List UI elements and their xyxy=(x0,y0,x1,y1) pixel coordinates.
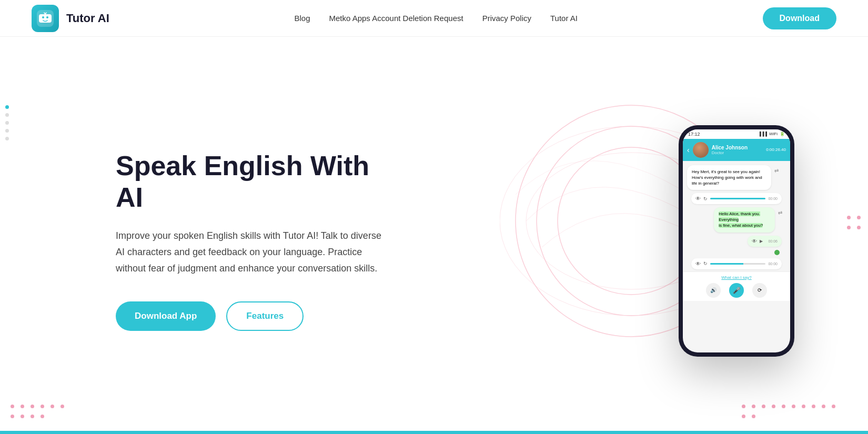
mic-status-area xyxy=(687,250,786,255)
dot xyxy=(51,405,54,408)
dot xyxy=(31,415,34,418)
nav-tutor-ai[interactable]: Tutor AI xyxy=(550,14,578,23)
audio-time-1: 00:00 xyxy=(768,197,778,200)
mic-active-indicator xyxy=(774,250,780,255)
navbar: Tutor AI Blog Metko Apps Account Deletio… xyxy=(0,0,868,37)
features-button[interactable]: Features xyxy=(226,301,304,331)
translate-icon-1[interactable]: ⇄ xyxy=(774,167,779,175)
dot xyxy=(60,405,64,408)
decorative-dots-left xyxy=(11,405,74,418)
outgoing-msg-group: Hello Alice, thank you. Everything is fi… xyxy=(714,207,786,233)
main-nav: Blog Metko Apps Account Deletion Request… xyxy=(294,14,578,23)
brand-name: Tutor AI xyxy=(66,12,109,25)
signal-icon: ▐▐▐ xyxy=(758,132,767,136)
call-timer: 0:00:26.40 xyxy=(766,147,786,152)
phone-screen: 17:12 ▐▐▐ WiFi 🔋 ‹ Alice Johnson D xyxy=(683,129,790,352)
download-app-button[interactable]: Download App xyxy=(116,301,216,331)
eye-icon-3[interactable]: 👁 xyxy=(695,261,701,267)
dot xyxy=(762,405,765,408)
page-dot-1 xyxy=(5,105,9,109)
audio-time-3: 00:00 xyxy=(768,262,778,266)
contact-name: Alice Johnson xyxy=(712,145,763,150)
waveform-1 xyxy=(710,198,765,199)
dot xyxy=(802,405,805,408)
brand-group: Tutor AI xyxy=(32,5,109,32)
dot xyxy=(21,405,24,408)
message-bubble-outgoing-1: Hello Alice, thank you. Everything is fi… xyxy=(714,207,775,233)
contact-role: Doctor xyxy=(712,150,763,155)
dot xyxy=(812,405,815,408)
status-icons: ▐▐▐ WiFi 🔋 xyxy=(758,132,785,136)
hero-section: Speak English With AI Improve your spoke… xyxy=(0,37,868,434)
dot xyxy=(742,405,745,408)
dot xyxy=(822,405,825,408)
hero-title: Speak English With AI xyxy=(116,150,389,214)
phone-time: 17:12 xyxy=(688,132,700,137)
dot xyxy=(782,405,785,408)
phone-outer-shell: 17:12 ▐▐▐ WiFi 🔋 ‹ Alice Johnson D xyxy=(679,125,794,357)
dot xyxy=(832,405,835,408)
contact-avatar xyxy=(693,142,709,158)
waveform-3 xyxy=(710,263,765,265)
dot xyxy=(41,405,44,408)
dot xyxy=(752,415,755,418)
hero-description: Improve your spoken English skills with … xyxy=(116,228,389,276)
decorative-dots-right xyxy=(742,405,836,418)
translate-icon-2[interactable]: ⇄ xyxy=(778,209,782,217)
phone-toolbar: 🔊 🎤 ⟳ xyxy=(687,283,786,298)
microphone-button[interactable]: 🎤 xyxy=(729,283,744,298)
page-dot-4 xyxy=(5,129,9,133)
nav-blog[interactable]: Blog xyxy=(294,14,310,23)
page-dot-3 xyxy=(5,121,9,125)
audio-time-2: 00:06 xyxy=(768,239,778,243)
dot xyxy=(857,216,861,219)
contact-info: Alice Johnson Doctor xyxy=(712,145,763,155)
phone-status-bar: 17:12 ▐▐▐ WiFi 🔋 xyxy=(683,129,790,139)
refresh-icon-3[interactable]: ↻ xyxy=(703,261,708,266)
what-can-i-say-link[interactable]: What can I say? xyxy=(687,275,786,280)
logo-icon xyxy=(32,5,59,32)
pagination-dots xyxy=(5,105,9,140)
message-text-1: Hey Mert, it's great to see you again! H… xyxy=(692,169,762,186)
wifi-icon: WiFi xyxy=(769,132,778,136)
svg-point-3 xyxy=(46,16,48,18)
hero-buttons: Download App Features xyxy=(116,301,389,331)
speaker-button[interactable]: 🔊 xyxy=(706,283,721,298)
message-text-2a: Hello Alice, thank you. Everything xyxy=(719,211,760,222)
back-icon[interactable]: ‹ xyxy=(687,146,690,154)
chat-header: ‹ Alice Johnson Doctor 0:00:26.40 xyxy=(683,139,790,161)
message-text-2b: is fine, what about you? xyxy=(719,223,763,228)
recording-bar[interactable]: 👁 ↻ 00:00 xyxy=(691,258,782,269)
page-dot-5 xyxy=(5,137,9,140)
phone-mockup: 17:12 ▐▐▐ WiFi 🔋 ‹ Alice Johnson D xyxy=(637,125,836,357)
battery-icon: 🔋 xyxy=(780,132,785,136)
eye-icon-2[interactable]: 👁 xyxy=(752,238,757,244)
phone-bottom-area: What can I say? 🔊 🎤 ⟳ xyxy=(683,271,790,301)
audio-bar-1[interactable]: 👁 ↻ 00:00 xyxy=(691,193,782,204)
svg-point-2 xyxy=(42,16,44,18)
dot xyxy=(847,216,851,219)
dot xyxy=(11,405,14,408)
dot xyxy=(772,405,775,408)
eye-icon-1[interactable]: 👁 xyxy=(695,196,701,201)
message-bubble-incoming-1: Hey Mert, it's great to see you again! H… xyxy=(687,165,771,190)
decorative-dots-mid-right xyxy=(847,216,863,229)
dot xyxy=(742,415,745,418)
bottom-accent-bar xyxy=(0,431,868,434)
dot xyxy=(792,405,795,408)
audio-bar-2[interactable]: 👁 ▶ 00:06 xyxy=(748,236,782,247)
dot xyxy=(21,415,24,418)
refresh-icon-1[interactable]: ↻ xyxy=(703,196,708,201)
settings-button[interactable]: ⟳ xyxy=(752,283,767,298)
messages-area: Hey Mert, it's great to see you again! H… xyxy=(683,161,790,271)
dot xyxy=(41,415,44,418)
play-icon[interactable]: ▶ xyxy=(760,239,763,244)
page-dot-2 xyxy=(5,113,9,117)
nav-account-deletion[interactable]: Metko Apps Account Deletion Request xyxy=(329,14,463,23)
dot xyxy=(31,405,34,408)
dot xyxy=(847,226,851,229)
nav-privacy[interactable]: Privacy Policy xyxy=(482,14,531,23)
nav-download-button[interactable]: Download xyxy=(763,7,836,29)
dot xyxy=(11,415,14,418)
dot xyxy=(752,405,755,408)
